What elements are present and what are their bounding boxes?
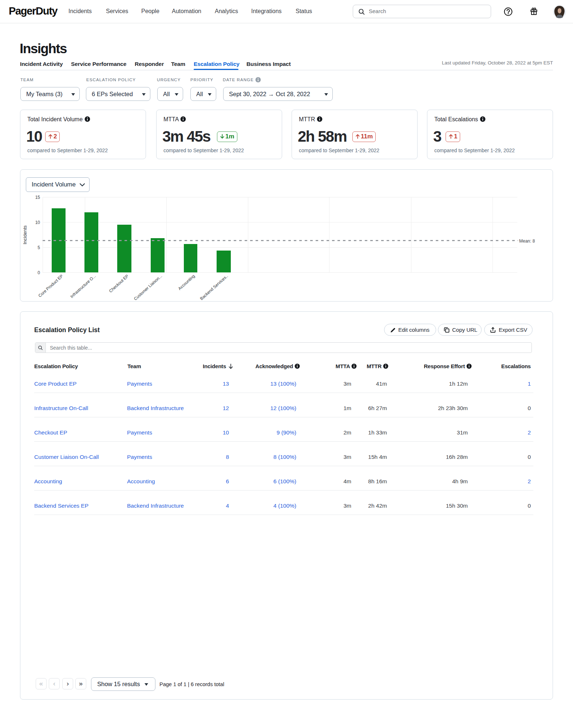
svg-text:Core Product EP: Core Product EP [37, 274, 64, 298]
svg-text:Accounting: Accounting [177, 274, 195, 291]
svg-text:Checkout EP: Checkout EP [108, 274, 129, 293]
svg-text:Incidents: Incidents [22, 225, 28, 244]
svg-text:15: 15 [35, 195, 40, 200]
svg-text:10: 10 [35, 220, 40, 225]
svg-text:Mean: 8: Mean: 8 [519, 239, 535, 244]
svg-text:Infrastructure O...: Infrastructure O... [70, 274, 97, 299]
svg-text:5: 5 [37, 245, 40, 250]
svg-text:Backend Services..: Backend Services.. [199, 274, 229, 301]
svg-text:0: 0 [37, 270, 40, 275]
svg-text:Customer Liaison...: Customer Liaison... [133, 274, 163, 301]
